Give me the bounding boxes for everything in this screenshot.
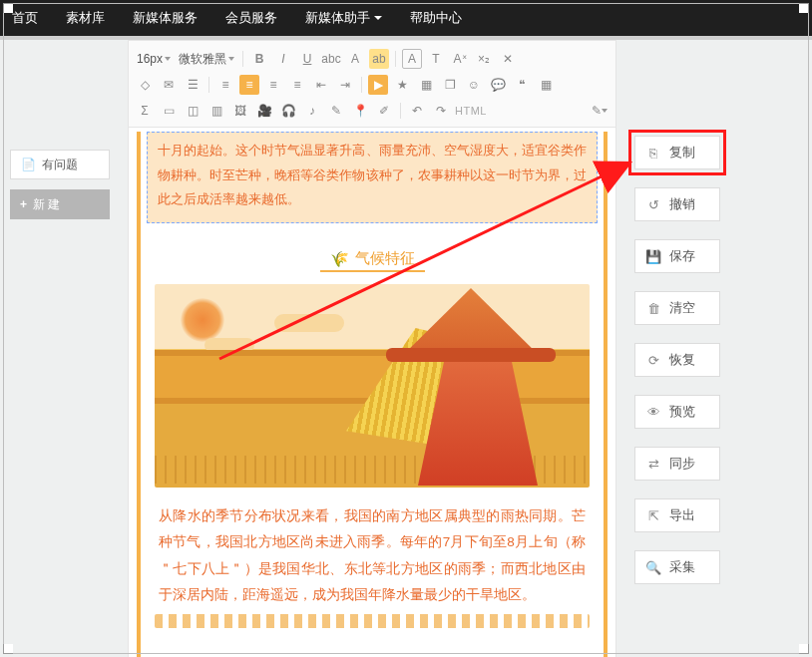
- checklist-icon[interactable]: ☰: [183, 75, 203, 95]
- sun-shape: [181, 298, 224, 342]
- cloud-shape: [274, 314, 344, 332]
- textfx-icon[interactable]: T: [426, 49, 446, 69]
- chat-icon[interactable]: 💬: [488, 75, 508, 95]
- nav-help-center[interactable]: 帮助中心: [410, 9, 462, 27]
- align-left-icon[interactable]: ≡: [215, 75, 235, 95]
- redo-icon[interactable]: ↷: [431, 101, 451, 121]
- plus-icon: +: [20, 197, 27, 211]
- font-family-value: 微软雅黑: [179, 51, 226, 68]
- side-sync-button[interactable]: ⇄ 同步: [634, 447, 720, 481]
- align-right-icon[interactable]: ≡: [263, 75, 283, 95]
- cards-icon[interactable]: ▦: [416, 75, 436, 95]
- editor-toolbar: 16px 微软雅黑 B I U abc A ab A T Aˣ ×₂ ✕: [128, 40, 616, 128]
- side-label: 撤销: [669, 195, 695, 213]
- side-preview-button[interactable]: 👁 预览: [634, 395, 720, 429]
- hat-band: [386, 348, 556, 362]
- nav-materials[interactable]: 素材库: [66, 9, 105, 27]
- nav-home[interactable]: 首页: [12, 9, 38, 27]
- split-icon[interactable]: ◫: [183, 101, 203, 121]
- save-icon: 💾: [645, 249, 661, 264]
- nav-newmedia-helper-label: 新媒体助手: [305, 9, 370, 27]
- side-label: 预览: [669, 403, 695, 421]
- font-family-select[interactable]: 微软雅黑: [177, 51, 236, 68]
- side-label: 采集: [669, 558, 695, 576]
- sigma-icon[interactable]: Σ: [135, 101, 155, 121]
- bold-icon[interactable]: B: [249, 49, 269, 69]
- new-label: 新 建: [33, 196, 60, 213]
- chevron-down-icon: [228, 57, 234, 61]
- export-icon: ⇱: [645, 508, 661, 523]
- layers-icon[interactable]: ❐: [440, 75, 460, 95]
- scarecrow-figure: [356, 288, 556, 486]
- clear-icon[interactable]: ✕: [498, 49, 518, 69]
- columns-icon[interactable]: ▥: [206, 101, 226, 121]
- indent-dec-icon[interactable]: ⇤: [311, 75, 331, 95]
- nav-newmedia-service[interactable]: 新媒体服务: [133, 9, 198, 27]
- side-actions: ⎘ 复制 ↺ 撤销 💾 保存 🗑 清空 ⟳ 恢复 👁 预览 ⇄ 同步 ⇱: [634, 136, 720, 584]
- side-restore-button[interactable]: ⟳ 恢复: [634, 343, 720, 377]
- quote-icon[interactable]: ❝: [512, 75, 532, 95]
- toolbar-row-1: 16px 微软雅黑 B I U abc A ab A T Aˣ ×₂ ✕: [135, 47, 609, 71]
- issue-button[interactable]: 📄 有问题: [10, 150, 110, 179]
- align-justify-icon[interactable]: ≡: [287, 75, 307, 95]
- nav-member-service[interactable]: 会员服务: [225, 9, 277, 27]
- section-title-text: 气候特征: [355, 249, 415, 268]
- new-button[interactable]: + 新 建: [10, 189, 110, 219]
- subscript-icon[interactable]: ×₂: [474, 49, 494, 69]
- side-label: 复制: [669, 144, 695, 162]
- image-icon[interactable]: 🖼: [230, 101, 250, 121]
- eyedrop-icon[interactable]: ✐: [374, 101, 394, 121]
- trash-icon: 🗑: [645, 301, 661, 316]
- file-icon: 📄: [21, 158, 36, 171]
- audio-icon[interactable]: 🎧: [278, 101, 298, 121]
- toolbar-row-2: ◇ ✉ ☰ ≡ ≡ ≡ ≡ ⇤ ⇥ ▶ ★ ▦ ❐ ☺ 💬 ❝ ▦: [135, 73, 609, 97]
- music-icon[interactable]: ♪: [302, 101, 322, 121]
- nav-newmedia-helper[interactable]: 新媒体助手: [305, 9, 382, 27]
- article-body-paragraph[interactable]: 从降水的季节分布状况来看，我国的南方地区属典型的雨热同期。芒种节气，我国北方地区…: [159, 503, 586, 608]
- frame-icon[interactable]: ▭: [159, 101, 179, 121]
- ornament-divider: [155, 614, 590, 628]
- side-copy-button[interactable]: ⎘ 复制: [634, 136, 720, 169]
- undo2-icon: ↺: [645, 197, 661, 212]
- html-source-button[interactable]: HTML: [455, 101, 487, 121]
- font-size-select[interactable]: 16px: [135, 52, 173, 66]
- mail-icon[interactable]: ✉: [159, 75, 179, 95]
- underline-icon[interactable]: U: [297, 49, 317, 69]
- indent-inc-icon[interactable]: ⇥: [335, 75, 355, 95]
- smile-icon[interactable]: ☺: [464, 75, 484, 95]
- section-heading: 🌾 气候特征: [141, 249, 604, 272]
- italic-icon[interactable]: I: [273, 49, 293, 69]
- highlight-icon[interactable]: ab: [369, 49, 389, 69]
- side-label: 清空: [669, 299, 695, 317]
- side-collect-button[interactable]: 🔍 采集: [634, 550, 720, 584]
- map-icon[interactable]: 📍: [350, 101, 370, 121]
- article-illustration: [155, 284, 590, 488]
- editor-canvas[interactable]: 十月的起始。这个时节气温显著升高、雨量充沛、空气湿度大，适宜谷类作物耕种。时至芒…: [128, 128, 616, 657]
- side-save-button[interactable]: 💾 保存: [634, 239, 720, 273]
- side-label: 导出: [669, 506, 695, 524]
- strike-icon[interactable]: abc: [321, 49, 341, 69]
- side-export-button[interactable]: ⇱ 导出: [634, 498, 720, 532]
- star-icon[interactable]: ★: [392, 75, 412, 95]
- video-icon[interactable]: 🎥: [254, 101, 274, 121]
- link-icon[interactable]: ◇: [135, 75, 155, 95]
- issue-label: 有问题: [42, 157, 78, 173]
- align-center-icon[interactable]: ≡: [239, 75, 259, 95]
- selected-paragraph[interactable]: 十月的起始。这个时节气温显著升高、雨量充沛、空气湿度大，适宜谷类作物耕种。时至芒…: [147, 132, 598, 223]
- top-nav: 首页 素材库 新媒体服务 会员服务 新媒体助手 帮助中心: [0, 0, 812, 36]
- fontcolor-icon[interactable]: A: [345, 49, 365, 69]
- chevron-down-icon: [165, 57, 171, 61]
- brush-icon[interactable]: ✎: [326, 101, 346, 121]
- restore-icon: ⟳: [645, 353, 661, 368]
- side-undo-button[interactable]: ↺ 撤销: [634, 187, 720, 221]
- charbox-icon[interactable]: A: [402, 49, 422, 69]
- table-icon[interactable]: ▦: [536, 75, 556, 95]
- editor-column: 16px 微软雅黑 B I U abc A ab A T Aˣ ×₂ ✕: [128, 40, 616, 657]
- collect-icon: 🔍: [645, 560, 661, 575]
- undo-icon[interactable]: ↶: [407, 101, 427, 121]
- edit-square-icon[interactable]: ✎: [590, 101, 609, 121]
- left-panel: 📄 有问题 + 新 建: [10, 150, 110, 219]
- side-clear-button[interactable]: 🗑 清空: [634, 291, 720, 325]
- tag-icon[interactable]: ▶: [368, 75, 388, 95]
- superscript-icon[interactable]: Aˣ: [450, 49, 470, 69]
